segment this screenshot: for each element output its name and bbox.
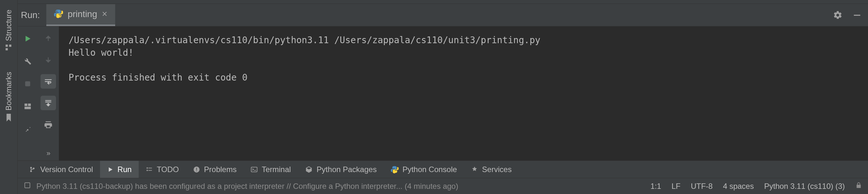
status-message[interactable]: Python 3.11 (cs110-backup) has been conf… <box>36 182 458 191</box>
svg-rect-15 <box>251 167 257 172</box>
svg-rect-5 <box>25 104 27 106</box>
svg-rect-14 <box>196 170 197 171</box>
more-actions-button[interactable]: » <box>40 146 56 161</box>
branch-icon <box>29 166 36 173</box>
python-file-icon <box>54 9 63 19</box>
bottom-tool-tabs: Version Control Run TODO Problems Termin <box>18 161 868 178</box>
scroll-to-end-button[interactable] <box>40 96 56 110</box>
lock-icon[interactable] <box>855 182 862 191</box>
down-button[interactable] <box>40 53 56 67</box>
line-separator[interactable]: LF <box>672 182 680 191</box>
svg-rect-13 <box>196 168 197 170</box>
play-icon <box>107 166 114 173</box>
run-tool-header: Run: printing ✕ <box>18 4 868 26</box>
packages-icon <box>305 166 313 173</box>
warning-icon <box>193 166 200 173</box>
tab-label: Problems <box>204 165 237 174</box>
svg-rect-3 <box>854 15 860 16</box>
run-actions-col-1 <box>18 26 38 161</box>
layout-button[interactable] <box>20 99 35 114</box>
svg-rect-6 <box>28 104 31 106</box>
todo-icon <box>146 166 153 173</box>
svg-rect-2 <box>5 48 8 51</box>
tab-label: Version Control <box>40 165 93 174</box>
tab-problems[interactable]: Problems <box>186 161 244 178</box>
interpreter-info[interactable]: Python 3.11 (cs110) (3) <box>764 182 845 191</box>
minimize-button[interactable] <box>849 7 865 24</box>
rerun-button[interactable] <box>20 31 35 47</box>
tab-label: Services <box>482 165 512 174</box>
run-config-tab[interactable]: printing ✕ <box>46 4 115 26</box>
notifications-icon[interactable] <box>24 182 31 191</box>
status-bar: Python 3.11 (cs110-backup) has been conf… <box>18 178 868 194</box>
indent-info[interactable]: 4 spaces <box>723 182 754 191</box>
tab-version-control[interactable]: Version Control <box>22 161 100 178</box>
svg-rect-7 <box>25 107 31 109</box>
console-line: /Users/zappala/.virtualenvs/cs110/bin/py… <box>68 35 540 46</box>
close-tab-button[interactable]: ✕ <box>102 10 107 18</box>
rail-bookmarks[interactable]: Bookmarks <box>4 72 13 111</box>
svg-rect-16 <box>25 183 30 188</box>
main-area: Run: printing ✕ <box>18 0 868 194</box>
encoding[interactable]: UTF-8 <box>691 182 713 191</box>
tab-python-console[interactable]: Python Console <box>384 161 464 178</box>
soft-wrap-button[interactable] <box>40 74 56 89</box>
python-icon <box>391 166 399 173</box>
run-tool-body: » /Users/zappala/.virtualenvs/cs110/bin/… <box>18 26 868 161</box>
up-button[interactable] <box>40 31 56 46</box>
structure-label: Structure <box>4 10 13 41</box>
svg-rect-10 <box>147 169 148 171</box>
svg-rect-0 <box>5 45 8 47</box>
top-strip <box>18 0 868 4</box>
settings-button[interactable] <box>829 7 846 24</box>
console-line: Hello world! <box>68 47 133 58</box>
svg-rect-9 <box>148 168 152 168</box>
structure-icon <box>5 44 12 53</box>
svg-rect-8 <box>147 167 148 169</box>
tab-label: Terminal <box>261 165 291 174</box>
tab-label: Run <box>117 165 132 174</box>
configure-button[interactable] <box>20 54 35 69</box>
bookmarks-label: Bookmarks <box>4 72 13 111</box>
terminal-icon <box>251 166 258 173</box>
run-actions-col-2: » <box>38 26 59 161</box>
console-output[interactable]: /Users/zappala/.virtualenvs/cs110/bin/py… <box>59 26 868 161</box>
caret-position[interactable]: 1:1 <box>651 182 661 191</box>
stop-button[interactable] <box>20 76 35 91</box>
console-line: Process finished with exit code 0 <box>68 72 247 83</box>
run-config-name: printing <box>68 9 97 19</box>
svg-rect-1 <box>9 45 11 47</box>
bookmark-icon <box>5 114 12 123</box>
tab-label: TODO <box>157 165 179 174</box>
rail-structure[interactable]: Structure <box>4 10 13 41</box>
services-icon <box>471 166 478 173</box>
svg-rect-11 <box>148 170 152 170</box>
tab-python-packages[interactable]: Python Packages <box>298 161 384 178</box>
tab-label: Python Console <box>402 165 457 174</box>
tab-todo[interactable]: TODO <box>139 161 186 178</box>
pin-button[interactable] <box>20 121 35 137</box>
left-tool-rail: Structure Bookmarks <box>0 0 18 194</box>
print-button[interactable] <box>40 117 56 132</box>
tab-services[interactable]: Services <box>464 161 519 178</box>
run-label: Run: <box>18 10 46 20</box>
tab-run[interactable]: Run <box>100 161 139 178</box>
svg-rect-4 <box>25 82 30 86</box>
tab-label: Python Packages <box>317 165 377 174</box>
tab-terminal[interactable]: Terminal <box>244 161 298 178</box>
